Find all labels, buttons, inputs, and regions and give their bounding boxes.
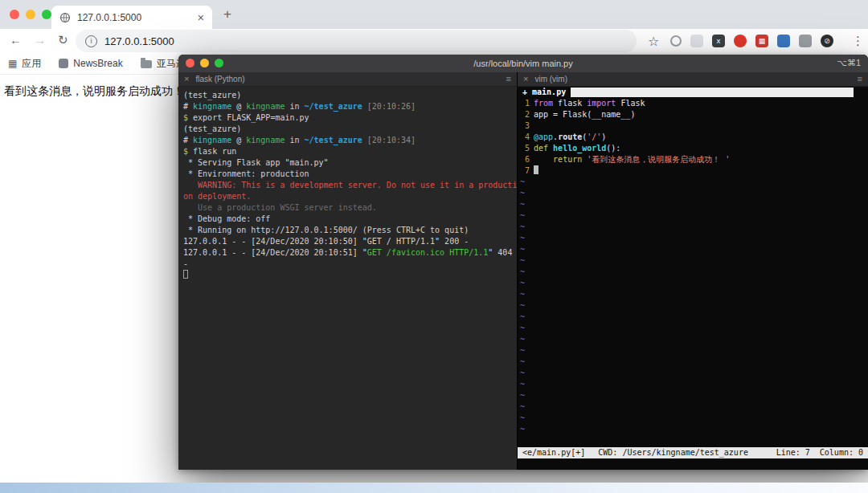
red-grid-extension-icon[interactable]: ▦ <box>755 35 768 47</box>
tilde-marker: ~ <box>520 267 525 276</box>
terminal-line: # kingname @ kingname in ~/test_azure [2… <box>183 135 517 146</box>
code-segment <box>534 155 553 164</box>
terminal-pane-flask[interactable]: × flask (Python) ≡ (test_azure)# kingnam… <box>178 72 517 470</box>
tilde-marker: ~ <box>520 425 525 434</box>
browser-tab[interactable]: 127.0.0.1:5000 × <box>51 6 212 29</box>
pane-menu-icon[interactable]: ≡ <box>506 75 511 84</box>
terminal-pane-vim[interactable]: × vim (vim) ≡ + main.py 1from flask impo… <box>517 72 868 470</box>
text-segment: * Debug mode: off <box>183 214 270 223</box>
line-number: 5 <box>520 143 530 154</box>
url-text: 127.0.0.1:5000 <box>104 35 174 47</box>
code-segment: (): <box>606 144 620 153</box>
browser-toolbar: ← → ↻ i 127.0.0.1:5000 ☆ x▦⊘ ⋮ <box>0 29 868 53</box>
text-segment: WARNING: This is a development server. D… <box>183 181 517 189</box>
forward-button[interactable]: → <box>34 33 46 47</box>
vim-buffer-lines: 1from flask import Flask2app = Flask(__n… <box>518 98 868 447</box>
vim-code-line: 1from flask import Flask <box>520 98 868 109</box>
pane-menu-icon[interactable]: ≡ <box>858 75 862 84</box>
terminal-minimize-button[interactable] <box>200 59 209 67</box>
tilde-marker: ~ <box>520 279 525 287</box>
site-info-icon[interactable]: i <box>85 35 97 47</box>
close-tab-icon[interactable]: × <box>198 12 204 23</box>
vim-empty-line: ~ <box>520 233 868 244</box>
terminal-zoom-button[interactable] <box>215 59 223 67</box>
terminal-title-bar: /usr/local/bin/vim main.py ⌥⌘1 <box>178 55 868 72</box>
close-window-button[interactable] <box>10 10 19 19</box>
browser-tab-strip: 127.0.0.1:5000 × + <box>0 0 868 29</box>
vim-command-line <box>518 458 868 470</box>
text-segment: 127.0.0.1 - - [24/Dec/2020 20:10:51] " <box>183 248 367 257</box>
text-segment: kingname <box>193 136 231 145</box>
back-button[interactable]: ← <box>10 33 22 47</box>
terminal-line: 127.0.0.1 - - [24/Dec/2020 20:10:50] "GE… <box>183 236 517 247</box>
tilde-marker: ~ <box>520 211 525 220</box>
pane-close-icon[interactable]: × <box>184 75 189 84</box>
text-segment: Use a production WSGI server instead. <box>183 203 377 212</box>
vim-empty-line: ~ <box>520 357 868 368</box>
text-segment: flask run <box>188 147 236 156</box>
vim-empty-line: ~ <box>520 177 868 188</box>
reload-button[interactable]: ↻ <box>58 33 68 47</box>
bookmark-item[interactable]: NewsBreak <box>59 58 122 69</box>
tilde-marker: ~ <box>520 380 525 389</box>
vim-code-line: 2app = Flask(__name__) <box>520 109 868 120</box>
code-segment: @app <box>534 132 553 141</box>
vim-code-line: 6 return '看到这条消息，说明服务启动成功！ ' <box>520 154 868 165</box>
red-circle-extension-icon[interactable] <box>734 35 747 47</box>
text-segment: 127.0.0.1 - - [24/Dec/2020 20:10:50] "GE… <box>183 237 469 246</box>
vim-empty-line: ~ <box>520 379 868 390</box>
page-message: 看到这条消息，说明服务启动成功！ <box>4 84 184 99</box>
tilde-marker: ~ <box>520 414 525 422</box>
pane-close-icon[interactable]: × <box>523 75 528 84</box>
text-segment: kingname <box>246 136 285 145</box>
code-segment: '看到这条消息，说明服务启动成功！ ' <box>587 155 730 164</box>
shell-output-area[interactable]: (test_azure)# kingname @ kingname in ~/t… <box>178 87 517 470</box>
terminal-close-button[interactable] <box>186 59 194 67</box>
vim-status-cwd: CWD: /Users/kingname/test_azure <box>598 447 748 458</box>
vim-empty-line: ~ <box>520 300 868 312</box>
x-square-extension-icon[interactable]: x <box>712 35 725 47</box>
browser-menu-icon[interactable]: ⋮ <box>852 34 864 48</box>
bookmark-star-icon[interactable]: ☆ <box>648 34 659 49</box>
terminal-line: - <box>183 259 517 270</box>
tilde-marker: ~ <box>520 357 525 366</box>
terminal-line: $ flask run <box>183 146 517 157</box>
terminal-line: * Running on http://127.0.0.1:5000/ (Pre… <box>183 225 517 236</box>
terminal-line: * Debug mode: off <box>183 214 517 225</box>
minimize-window-button[interactable] <box>26 10 35 19</box>
profile-avatar-icon[interactable]: ⊘ <box>821 35 833 47</box>
new-tab-button[interactable]: + <box>223 6 231 22</box>
code-segment: '/' <box>587 132 601 141</box>
line-number: 2 <box>520 109 530 120</box>
text-segment: ~/test_azure <box>305 136 362 145</box>
tilde-marker: ~ <box>520 234 525 242</box>
line-number: 6 <box>520 154 530 165</box>
bookmark-label: 应用 <box>22 57 41 71</box>
text-segment: " 404 <box>488 248 512 257</box>
blue-extension-icon[interactable] <box>777 35 790 47</box>
tilde-marker: ~ <box>520 177 525 186</box>
text-segment: in <box>285 136 304 145</box>
vim-code-line: 7 <box>520 165 868 177</box>
tilde-marker: ~ <box>520 200 525 209</box>
vim-editor[interactable]: + main.py 1from flask import Flask2app =… <box>518 87 868 470</box>
code-segment: app = Flask(__name__) <box>534 110 635 119</box>
tilde-marker: ~ <box>520 290 525 299</box>
card-extension-icon[interactable] <box>690 35 703 47</box>
address-bar[interactable]: i 127.0.0.1:5000 <box>76 30 637 52</box>
vim-empty-line: ~ <box>520 401 868 413</box>
vim-status-file: <e/main.py[+] <box>522 447 585 458</box>
terminal-shortcut-badge: ⌥⌘1 <box>837 58 861 68</box>
folder-icon <box>141 60 152 68</box>
bookmark-item[interactable]: ▦应用 <box>8 57 41 71</box>
zoom-window-button[interactable] <box>42 10 51 19</box>
puzzle-extension-icon[interactable] <box>799 35 812 47</box>
terminal-line: 127.0.0.1 - - [24/Dec/2020 20:10:51] "GE… <box>183 247 517 259</box>
text-segment: on deployment. <box>183 192 251 201</box>
window-controls <box>10 10 51 19</box>
vim-code-line: 5def hello_world(): <box>520 143 868 154</box>
terminal-window-controls <box>186 59 223 67</box>
extension-icons: x▦⊘ <box>670 35 833 47</box>
ring-extension-icon[interactable] <box>670 35 682 47</box>
code-segment: import <box>587 99 616 108</box>
